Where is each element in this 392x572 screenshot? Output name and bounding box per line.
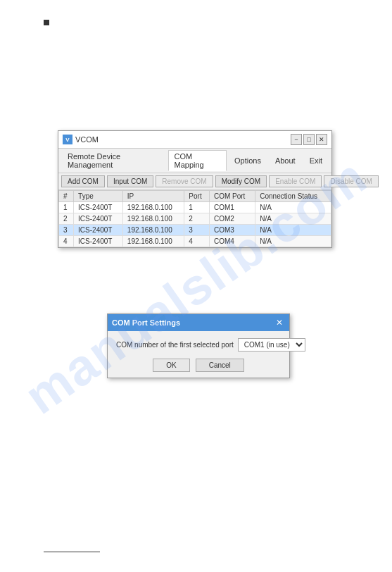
menu-tab-about[interactable]: About — [269, 154, 302, 167]
menu-tab-options[interactable]: Options — [228, 154, 267, 167]
dialog-label: COM number of the first selected port — [116, 341, 234, 349]
vcom-title: VCOM — [75, 135, 99, 144]
dialog-body: COM number of the first selected port CO… — [108, 331, 289, 378]
table-row[interactable]: 1ICS-2400T192.168.0.1001COM1N/A — [59, 202, 331, 213]
watermark: manualslib.com — [0, 0, 392, 572]
cell-type: ICS-2400T — [74, 225, 123, 236]
col-header-ip: IP — [122, 191, 184, 202]
cell-ip: 192.168.0.100 — [122, 225, 184, 236]
menu-tab-exit[interactable]: Exit — [303, 154, 329, 167]
col-header-type: Type — [74, 191, 123, 202]
cell-ip: 192.168.0.100 — [122, 213, 184, 225]
col-header-com: COM Port — [209, 191, 255, 202]
cell-status: N/A — [255, 236, 331, 247]
cell-com: COM4 — [209, 236, 255, 247]
input-com-button[interactable]: Input COM — [107, 175, 153, 187]
toolbar: Add COM Input COM Remove COM Modify COM … — [58, 173, 331, 190]
close-button[interactable]: ✕ — [316, 134, 327, 145]
cell-type: ICS-2400T — [74, 213, 123, 225]
vcom-titlebar: V VCOM − □ ✕ — [58, 131, 331, 149]
cell-status: N/A — [255, 202, 331, 213]
page-bullet — [44, 20, 49, 25]
cell-com: COM1 — [209, 202, 255, 213]
vcom-icon: V — [63, 135, 72, 144]
add-com-button[interactable]: Add COM — [61, 175, 105, 187]
modify-com-button[interactable]: Modify COM — [215, 175, 267, 187]
cancel-button[interactable]: Cancel — [196, 359, 244, 372]
menu-tab-remote[interactable]: Remote Device Management — [61, 150, 167, 171]
titlebar-controls: − □ ✕ — [291, 134, 327, 145]
table-row[interactable]: 4ICS-2400T192.168.0.1004COM4N/A — [59, 236, 331, 247]
cell-port: 1 — [184, 202, 210, 213]
menu-bar: Remote Device Management COM Mapping Opt… — [58, 149, 331, 173]
titlebar-left: V VCOM — [63, 135, 99, 144]
cell-status: N/A — [255, 213, 331, 225]
vcom-window: V VCOM − □ ✕ Remote Device Management CO… — [58, 130, 332, 248]
dialog-titlebar: COM Port Settings ✕ — [108, 314, 289, 331]
disable-com-button[interactable]: Disable COM — [324, 175, 378, 187]
dialog-row: COM number of the first selected port CO… — [116, 338, 281, 352]
cell-num: 1 — [59, 202, 74, 213]
table-row[interactable]: 3ICS-2400T192.168.0.1003COM3N/A — [59, 225, 331, 236]
menu-tab-com-mapping[interactable]: COM Mapping — [168, 150, 227, 171]
col-header-num: # — [59, 191, 74, 202]
bottom-line — [44, 552, 100, 552]
cell-status: N/A — [255, 225, 331, 236]
maximize-button[interactable]: □ — [303, 134, 315, 145]
cell-port: 4 — [184, 236, 210, 247]
dialog-buttons: OK Cancel — [116, 359, 281, 372]
dialog-close-button[interactable]: ✕ — [274, 317, 285, 328]
com-select[interactable]: COM1 (in use)COM2COM3COM4 — [238, 338, 305, 352]
table-header-row: # Type IP Port COM Port Connection Statu… — [59, 191, 331, 202]
com-port-settings-dialog: COM Port Settings ✕ COM number of the fi… — [107, 313, 290, 378]
table-row[interactable]: 2ICS-2400T192.168.0.1002COM2N/A — [59, 213, 331, 225]
cell-type: ICS-2400T — [74, 202, 123, 213]
cell-port: 3 — [184, 225, 210, 236]
cell-num: 3 — [59, 225, 74, 236]
ok-button[interactable]: OK — [153, 359, 189, 372]
cell-num: 2 — [59, 213, 74, 225]
cell-num: 4 — [59, 236, 74, 247]
cell-com: COM3 — [209, 225, 255, 236]
cell-ip: 192.168.0.100 — [122, 236, 184, 247]
dialog-title: COM Port Settings — [112, 318, 180, 327]
cell-ip: 192.168.0.100 — [122, 202, 184, 213]
enable-com-button[interactable]: Enable COM — [269, 175, 322, 187]
minimize-button[interactable]: − — [291, 134, 302, 145]
col-header-port: Port — [184, 191, 210, 202]
cell-type: ICS-2400T — [74, 236, 123, 247]
col-header-status: Connection Status — [255, 191, 331, 202]
cell-com: COM2 — [209, 213, 255, 225]
remove-com-button[interactable]: Remove COM — [156, 175, 213, 187]
com-mapping-table: # Type IP Port COM Port Connection Statu… — [58, 190, 331, 247]
cell-port: 2 — [184, 213, 210, 225]
